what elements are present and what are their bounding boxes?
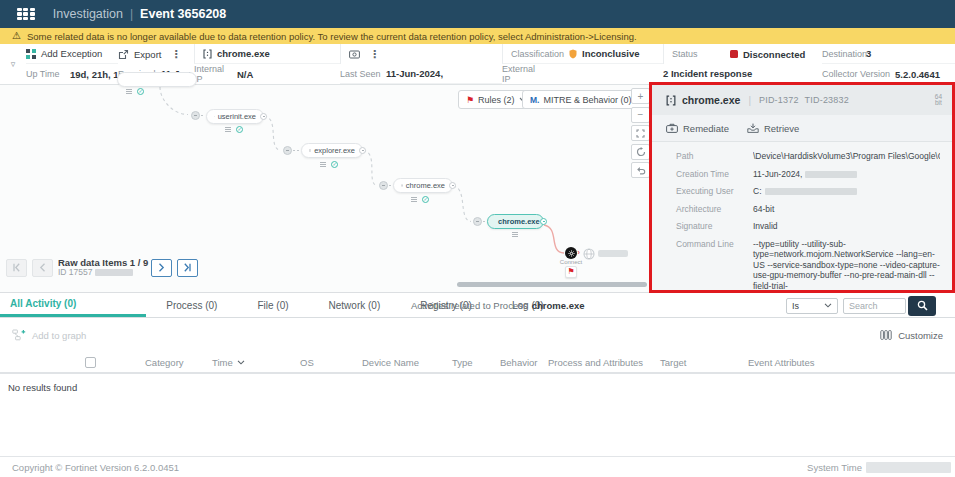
column-behavior[interactable]: Behavior — [500, 357, 538, 368]
retrieve-button[interactable]: Retrieve — [747, 123, 799, 134]
redacted-address-bar — [598, 250, 628, 257]
destination-label: Destination — [822, 49, 861, 59]
collapse-circle[interactable] — [379, 181, 388, 190]
prev-page-icon — [39, 263, 46, 272]
graph-node-explorer[interactable]: explorer.exe — [301, 143, 363, 158]
node-check-icon[interactable]: ✓ — [331, 161, 338, 168]
raw-data-items-count: Raw data Items 1 / 9 — [58, 258, 146, 267]
node-label: chrome.exe — [498, 217, 540, 226]
expand-dot-icon[interactable] — [449, 182, 456, 189]
classification-field: Classification Inconclusive — [502, 44, 663, 64]
column-target[interactable]: Target — [660, 357, 686, 368]
tab-process[interactable]: Process (0) — [146, 293, 237, 317]
status-disconnected-icon — [730, 50, 738, 58]
add-to-graph-button[interactable]: Add to graph — [12, 329, 86, 341]
undo-button[interactable] — [631, 162, 650, 178]
collector-version-value: 5.2.0.4641 — [895, 69, 940, 80]
process-icon — [203, 49, 212, 59]
prev-page-button[interactable] — [32, 259, 53, 277]
rule-flag-badge[interactable]: ⚑ — [565, 266, 577, 278]
field-signature: Signature Invalid — [676, 221, 940, 232]
remediate-button[interactable]: Remediate — [666, 123, 729, 134]
search-input[interactable] — [843, 298, 906, 314]
status-label: Status — [672, 49, 725, 59]
tab-all-activity[interactable]: All Activity (0) — [0, 293, 146, 317]
connect-arrow-icon: › — [578, 249, 580, 256]
system-time: System Time — [807, 462, 951, 473]
collector-version-field: Collector Version 5.2.0.4641 — [822, 64, 955, 84]
node-list-icon[interactable] — [320, 162, 326, 167]
node-list-icon[interactable] — [126, 89, 132, 94]
fit-screen-button[interactable] — [631, 125, 650, 141]
column-os[interactable]: OS — [300, 357, 314, 368]
panel-separator: | — [748, 95, 751, 106]
node-check-icon[interactable]: ✓ — [137, 88, 144, 95]
node-check-icon[interactable]: ✓ — [422, 196, 429, 203]
graph-node-parent-clipped[interactable] — [117, 72, 197, 87]
status-field: Status Disconnected — [663, 44, 822, 64]
graph-node-chrome-selected[interactable]: chrome.exe — [487, 214, 544, 229]
process-name: chrome.exe — [217, 48, 270, 59]
process-icon — [214, 112, 215, 121]
collapse-toolbar-chevron[interactable]: ▿ — [0, 44, 26, 84]
node-list-icon[interactable] — [512, 232, 518, 237]
export-button[interactable]: Export ⋮ — [118, 44, 194, 64]
search-button[interactable] — [908, 296, 936, 316]
connect-target-node[interactable] — [565, 247, 577, 259]
customize-label: Customize — [898, 330, 943, 341]
process-graph-canvas[interactable]: ✓ userinit.exe ✓ explorer.exe ✓ chrome.e… — [0, 85, 955, 293]
select-all-checkbox[interactable] — [85, 357, 96, 368]
tab-network[interactable]: Network (0) — [309, 293, 401, 317]
raw-data-pagination: Raw data Items 1 / 9 ID 17557 — [6, 258, 198, 277]
graph-node-chrome[interactable]: chrome.exe — [393, 178, 453, 193]
breadcrumb-section: Investigation — [53, 7, 123, 21]
node-list-icon[interactable] — [411, 197, 417, 202]
process-icon — [309, 146, 311, 155]
add-exception-button[interactable]: Add Exception — [26, 44, 118, 64]
next-page-icon — [158, 263, 165, 272]
column-event-attributes[interactable]: Event Attributes — [748, 357, 815, 368]
node-list-icon[interactable] — [225, 127, 231, 132]
first-page-icon — [12, 263, 21, 272]
zoom-in-button[interactable]: + — [631, 88, 650, 104]
next-page-button[interactable] — [151, 259, 172, 277]
export-menu-kebab-icon[interactable]: ⋮ — [170, 48, 181, 61]
expand-dot-icon[interactable] — [260, 113, 267, 120]
uptime-label: Up Time — [26, 69, 65, 79]
warning-icon: ⚠ — [12, 31, 21, 41]
export-label: Export — [134, 49, 161, 60]
collapse-circle[interactable] — [473, 217, 482, 226]
column-category[interactable]: Category — [145, 357, 184, 368]
zoom-out-button[interactable]: − — [631, 107, 650, 123]
collapse-circle[interactable] — [283, 146, 292, 155]
column-device-name[interactable]: Device Name — [362, 357, 419, 368]
column-process-attributes[interactable]: Process and Attributes — [548, 357, 643, 368]
graph-node-userinit[interactable]: userinit.exe — [206, 109, 264, 124]
tab-file[interactable]: File (0) — [237, 293, 308, 317]
graph-horizontal-scrollbar[interactable] — [457, 282, 647, 287]
first-page-button[interactable] — [6, 259, 27, 277]
results-table-header: Category Time OS Device Name Type Behavi… — [0, 352, 955, 374]
last-page-button[interactable] — [177, 259, 198, 277]
filter-operator-select[interactable]: Is — [786, 298, 838, 314]
refresh-button[interactable] — [631, 144, 650, 160]
filter-operator-value: Is — [792, 301, 799, 311]
column-time[interactable]: Time — [212, 357, 245, 368]
incident-response-value: 2 Incident response — [663, 68, 752, 79]
snapshot-icon[interactable] — [349, 50, 360, 59]
internal-ip-value: N/A — [237, 69, 253, 80]
node-check-icon[interactable]: ✓ — [236, 126, 243, 133]
expand-dot-icon[interactable] — [359, 147, 366, 154]
customize-columns-button[interactable]: Customize — [880, 330, 943, 341]
column-type[interactable]: Type — [452, 357, 473, 368]
process-chip: chrome.exe — [194, 44, 340, 64]
add-to-graph-label: Add to graph — [32, 330, 86, 341]
process-menu-kebab-icon[interactable]: ⋮ — [369, 48, 380, 61]
node-label: chrome.exe — [406, 181, 445, 190]
collapse-circle[interactable] — [191, 111, 200, 120]
chevron-down-icon — [824, 303, 832, 308]
incident-response-field: 2 Incident response — [663, 64, 822, 84]
arch-badge: 64 bit — [935, 94, 942, 107]
warning-text: Some related data is no longer available… — [27, 31, 637, 42]
expand-dot-icon[interactable] — [540, 218, 547, 225]
